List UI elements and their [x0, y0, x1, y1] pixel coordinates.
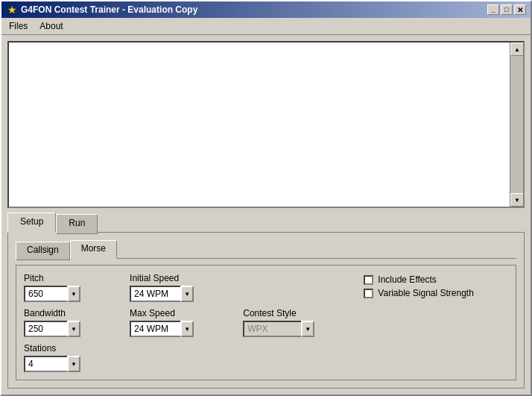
checkboxes-group: Include Effects Variable Signal Strength [364, 273, 508, 298]
tabs-section: Setup Run Callsign Morse Pitch [7, 213, 525, 389]
main-content: ▲ ▼ Setup Run Callsign Morse [1, 35, 531, 395]
vertical-scrollbar: ▲ ▼ [510, 43, 523, 207]
sub-tab-callsign[interactable]: Callsign [16, 242, 70, 260]
stations-label: Stations [24, 343, 115, 353]
bandwidth-dropdown-button[interactable]: ▼ [67, 321, 80, 337]
pitch-dropdown-button[interactable]: ▼ [67, 286, 80, 302]
tab-content-setup: Callsign Morse Pitch ▼ [7, 232, 525, 389]
variable-signal-label: Variable Signal Strength [378, 288, 474, 298]
stations-input[interactable] [24, 356, 69, 372]
stations-group: Stations ▼ [24, 343, 115, 372]
morse-output-textarea[interactable] [9, 43, 510, 207]
bandwidth-group: Bandwidth ▼ [24, 308, 115, 337]
max-speed-dropdown-button[interactable]: ▼ [180, 321, 194, 337]
pitch-input[interactable] [24, 286, 69, 302]
main-tab-row: Setup Run [7, 213, 525, 233]
window-title: G4FON Contest Trainer - Evaluation Copy [21, 4, 197, 15]
contest-style-label: Contest Style [243, 308, 349, 318]
initial-speed-dropdown-button[interactable]: ▼ [180, 286, 194, 302]
morse-controls-area: Pitch ▼ Initial Speed ▼ [16, 265, 516, 380]
title-bar: ★ G4FON Contest Trainer - Evaluation Cop… [1, 1, 531, 18]
close-button[interactable]: ✕ [514, 4, 526, 15]
scroll-down-button[interactable]: ▼ [510, 193, 524, 207]
max-speed-input[interactable] [130, 321, 182, 337]
contest-style-combobox: ▼ [243, 321, 349, 337]
minimize-button[interactable]: _ [487, 4, 499, 15]
contest-style-input[interactable] [243, 321, 303, 337]
include-effects-row: Include Effects [364, 274, 508, 285]
scroll-track [510, 56, 523, 193]
variable-signal-checkbox[interactable] [364, 289, 373, 298]
initial-speed-label: Initial Speed [130, 273, 228, 283]
title-bar-left: ★ G4FON Contest Trainer - Evaluation Cop… [6, 4, 197, 16]
contest-style-dropdown-button[interactable]: ▼ [301, 321, 314, 337]
include-effects-label: Include Effects [378, 274, 437, 285]
menu-bar: Files About [1, 18, 531, 35]
initial-speed-group: Initial Speed ▼ [130, 273, 228, 302]
bandwidth-input[interactable] [24, 321, 69, 337]
menu-about[interactable]: About [35, 19, 67, 33]
title-bar-buttons: _ □ ✕ [487, 4, 526, 15]
scroll-up-button[interactable]: ▲ [510, 43, 524, 56]
pitch-group: Pitch ▼ [24, 273, 115, 302]
stations-combobox: ▼ [24, 356, 115, 372]
contest-style-group: Contest Style ▼ [243, 308, 349, 337]
menu-files[interactable]: Files [4, 19, 32, 33]
main-window: ★ G4FON Contest Trainer - Evaluation Cop… [0, 0, 532, 396]
controls-grid: Pitch ▼ Initial Speed ▼ [24, 273, 508, 372]
tab-run[interactable]: Run [56, 214, 98, 234]
text-display-area: ▲ ▼ [7, 41, 525, 208]
app-icon: ★ [6, 4, 18, 16]
tab-setup[interactable]: Setup [7, 213, 56, 233]
variable-signal-row: Variable Signal Strength [364, 288, 508, 298]
include-effects-checkbox[interactable] [364, 275, 373, 285]
sub-tab-morse[interactable]: Morse [70, 240, 117, 259]
stations-dropdown-button[interactable]: ▼ [67, 356, 80, 372]
pitch-combobox: ▼ [24, 286, 115, 302]
bandwidth-label: Bandwidth [24, 308, 115, 318]
max-speed-label: Max Speed [130, 308, 228, 318]
maximize-button[interactable]: □ [501, 4, 513, 15]
max-speed-group: Max Speed ▼ [130, 308, 228, 337]
pitch-label: Pitch [24, 273, 115, 283]
initial-speed-combobox: ▼ [130, 286, 228, 302]
max-speed-combobox: ▼ [130, 321, 228, 337]
sub-tab-row: Callsign Morse [16, 240, 516, 259]
initial-speed-input[interactable] [130, 286, 182, 302]
bandwidth-combobox: ▼ [24, 321, 115, 337]
